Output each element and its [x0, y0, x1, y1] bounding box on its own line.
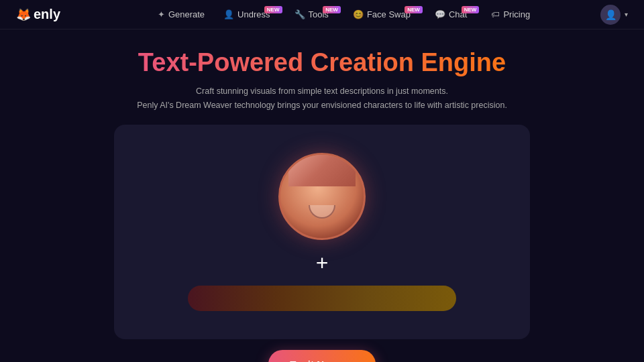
subline1: Craft stunning visuals from simple text …	[196, 86, 448, 96]
faceswap-badge: new	[405, 6, 423, 13]
nav-item-tools[interactable]: 🔧 Tools new	[286, 6, 342, 23]
tools-badge: new	[323, 6, 341, 13]
faceswap-icon: 😊	[353, 9, 364, 19]
main-content: Text-Powered Creation Engine Craft stunn…	[0, 29, 644, 362]
nav-item-pricing[interactable]: 🏷 Pricing	[483, 6, 538, 23]
subline2: Penly AI's Dream Weaver technology bring…	[137, 101, 507, 110]
navbar: 🦊 enly ✦ Generate 👤 Undress new 🔧 Tools …	[0, 0, 644, 29]
pricing-icon: 🏷	[491, 9, 500, 19]
nav-label-pricing: Pricing	[503, 9, 530, 19]
nav-item-faceswap[interactable]: 😊 Face Swap new	[345, 6, 424, 23]
face-illustration	[280, 153, 364, 240]
try-it-now-button[interactable]: Try it Now →	[268, 350, 376, 362]
nav-item-chat[interactable]: 💬 Chat new	[427, 6, 480, 23]
tools-icon: 🔧	[294, 9, 305, 19]
avatar-area[interactable]: 👤 ▾	[600, 5, 628, 25]
generate-icon: ✦	[158, 9, 165, 19]
creation-card: +	[114, 125, 530, 339]
chevron-down-icon: ▾	[625, 11, 628, 18]
avatar-preview	[278, 153, 366, 240]
add-icon[interactable]: +	[316, 252, 329, 274]
nav-item-generate[interactable]: ✦ Generate	[150, 6, 213, 23]
nav-links: ✦ Generate 👤 Undress new 🔧 Tools new 😊 F…	[87, 6, 600, 23]
logo[interactable]: 🦊 enly	[16, 7, 60, 22]
chat-badge: new	[462, 6, 480, 13]
prompt-input[interactable]	[188, 286, 456, 311]
avatar[interactable]: 👤	[600, 5, 621, 25]
hero-subtext: Craft stunning visuals from simple text …	[137, 84, 507, 113]
nav-label-generate: Generate	[168, 9, 205, 19]
smile-decoration	[309, 205, 335, 219]
page-title: Text-Powered Creation Engine	[138, 48, 506, 78]
logo-icon: 🦊	[16, 7, 31, 22]
nav-item-undress[interactable]: 👤 Undress new	[215, 6, 283, 23]
undress-badge: new	[264, 6, 282, 13]
nav-label-faceswap: Face Swap	[367, 9, 411, 19]
try-it-label: Try it Now	[290, 359, 338, 362]
logo-text: enly	[34, 7, 60, 22]
chat-icon: 💬	[435, 9, 445, 19]
arrow-right-icon: →	[343, 358, 354, 362]
undress-icon: 👤	[223, 9, 234, 19]
